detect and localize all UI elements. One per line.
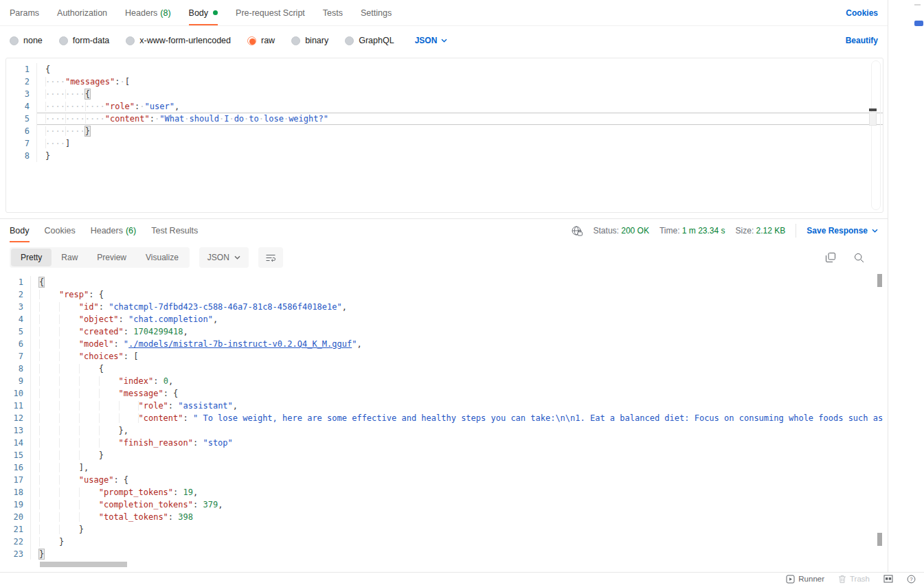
response-scrollbar-mark[interactable] [877,533,882,546]
code-line: 1{ [0,276,888,288]
code-line-text: { [36,63,883,76]
runner-button[interactable]: Runner [786,575,824,584]
radio-label: form-data [73,36,110,45]
code-line: 11 "role": "assistant", [0,400,888,412]
chevron-down-icon [872,229,878,233]
panels-button[interactable] [883,575,893,583]
request-language-dropdown[interactable]: JSON [415,36,448,45]
cookies-link[interactable]: Cookies [846,0,878,25]
line-number: 1 [6,63,36,76]
code-line-text: ········} [36,125,883,137]
tab-headers[interactable]: Headers(8) [125,0,171,25]
body-type-binary[interactable]: binary [291,36,328,45]
code-line: 3········{ [6,88,883,100]
code-line-text: "model": "./models/mistral-7b-instruct-v… [30,338,888,350]
tab-body[interactable]: Body [189,0,218,25]
code-line: 19 "completion_tokens": 379, [0,498,888,511]
response-horizontal-scrollbar-thumb[interactable] [40,562,127,567]
code-line-text: "index": 0, [30,375,888,387]
tab-headers[interactable]: Headers(6) [91,219,137,242]
scrollbar-thumb[interactable] [869,112,877,126]
view-raw[interactable]: Raw [52,249,87,266]
tab-params[interactable]: Params [10,0,39,25]
body-type-form-data[interactable]: form-data [59,36,110,45]
svg-text:?: ? [910,576,913,582]
code-line-text: "message": { [30,387,888,400]
code-line: 7····] [6,137,883,150]
body-type-none[interactable]: none [10,36,43,45]
line-number: 17 [0,474,30,486]
response-language-dropdown[interactable]: JSON [199,247,249,268]
code-line-text: "completion_tokens": 379, [30,498,888,511]
line-number: 3 [0,301,30,313]
view-preview[interactable]: Preview [87,249,136,266]
body-type-raw[interactable]: raw [247,36,275,45]
footer-bar: Runner Trash ? [0,572,924,585]
code-line-text: } [30,548,888,560]
view-pretty[interactable]: Pretty [11,249,52,266]
code-line-text: } [30,523,888,536]
trash-icon [838,575,846,584]
tab-pre-request-script[interactable]: Pre-request Script [236,0,305,25]
tab-label: Authorization [57,8,107,18]
response-meta: Status: 200 OK Time: 1 m 23.34 s Size: 2… [571,219,878,242]
tab-label: Body [10,226,30,236]
search-button[interactable] [854,253,864,263]
code-line: 13 }, [0,424,888,437]
tab-authorization[interactable]: Authorization [57,0,107,25]
request-body-editor[interactable]: 1{2····"messages":·[3········{4·········… [5,58,883,213]
copy-button[interactable] [825,252,836,263]
beautify-link[interactable]: Beautify [846,36,878,45]
page-scrollbar-indicator [914,21,923,26]
panels-icon [883,575,893,583]
tab-tests[interactable]: Tests [323,0,343,25]
view-visualize[interactable]: Visualize [136,249,188,266]
line-number: 5 [6,113,36,125]
code-line: 8 { [0,363,888,375]
radio-label: raw [261,36,275,45]
tab-test-results[interactable]: Test Results [151,219,198,242]
line-number: 9 [0,375,30,387]
save-response-button[interactable]: Save Response [807,226,878,236]
tab-cookies[interactable]: Cookies [45,219,76,242]
body-type-graphql[interactable]: GraphQL [345,36,394,45]
code-line: 6········} [6,125,883,137]
wrap-line-button[interactable] [258,247,283,268]
line-number: 11 [0,400,30,412]
code-line: 2 "resp": { [0,288,888,301]
trash-button[interactable]: Trash [838,575,870,584]
code-line: 9 "index": 0, [0,375,888,387]
line-number: 19 [0,498,30,511]
response-vertical-scrollbar-thumb[interactable] [877,274,882,287]
request-editor-scrollbar[interactable] [871,60,881,210]
code-line: 14 "finish_reason": "stop" [0,437,888,449]
code-line-text: ], [30,461,888,474]
globe-lock-icon[interactable] [571,225,583,236]
beautify-label: Beautify [846,36,878,45]
line-number: 23 [0,548,30,560]
code-line: 20 "total_tokens": 398 [0,511,888,523]
radio-label: GraphQL [359,36,394,45]
radio-icon [291,36,300,45]
tab-settings[interactable]: Settings [361,0,392,25]
tab-count-badge: (6) [126,226,136,236]
body-type-x-www-form-urlencoded[interactable]: x-www-form-urlencoded [126,36,231,45]
tab-body[interactable]: Body [10,219,30,242]
tab-label: Cookies [45,226,76,236]
code-line: 16 ], [0,461,888,474]
line-number: 2 [6,76,36,88]
radio-icon [126,36,135,45]
request-tab-bar: ParamsAuthorizationHeaders(8)BodyPre-req… [0,0,888,26]
code-line-text: "id": "chatcmpl-7dfbd423-c588-46a7-81c8-… [30,301,888,313]
code-line-text: ····] [36,137,883,150]
code-line: 2····"messages":·[ [6,76,883,88]
code-line-text: }, [30,424,888,437]
status-field: Status: 200 OK [594,226,649,236]
help-button[interactable]: ? [907,575,916,584]
response-body-viewer[interactable]: 1{2 "resp": {3 "id": "chatcmpl-7dfbd423-… [0,273,888,560]
body-type-bar: noneform-datax-www-form-urlencodedrawbin… [0,26,888,55]
tab-label: Body [189,8,209,18]
response-tabs: BodyCookiesHeaders(6)Test Results [10,219,213,242]
code-line-text: "resp": { [30,288,888,301]
code-line: 3 "id": "chatcmpl-7dfbd423-c588-46a7-81c… [0,301,888,313]
